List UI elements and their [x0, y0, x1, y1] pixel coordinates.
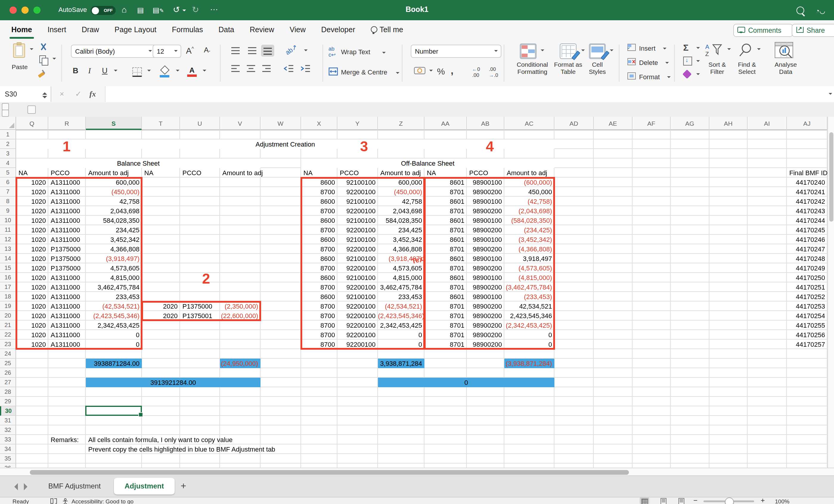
font-size-select[interactable]: 12: [153, 45, 181, 58]
col-header-U[interactable]: U: [180, 117, 220, 130]
sort-filter-icon[interactable]: AZ: [705, 42, 723, 58]
tab-home[interactable]: Home: [4, 20, 40, 39]
row-header-3[interactable]: 3: [0, 149, 16, 158]
horizontal-scrollbar-thumb[interactable]: [30, 470, 629, 475]
next-sheet-arrow[interactable]: [24, 483, 31, 490]
clear-icon[interactable]: [682, 69, 692, 78]
align-bottom-button[interactable]: [261, 45, 274, 56]
fill-icon[interactable]: [683, 56, 692, 66]
row-header-19[interactable]: 19: [0, 301, 16, 311]
row-header-17[interactable]: 17: [0, 282, 16, 292]
row-header-18[interactable]: 18: [0, 292, 16, 301]
horizontal-scrollbar[interactable]: [0, 468, 834, 476]
underline-button[interactable]: U: [102, 66, 108, 75]
row-header-25[interactable]: 25: [0, 359, 16, 368]
merged-title-adjustment-creation[interactable]: Adjustment Creation: [16, 139, 554, 149]
row-header-4[interactable]: 4: [0, 158, 16, 168]
zoom-slider-knob[interactable]: [725, 498, 734, 504]
merged-total-1[interactable]: 3913921284.00: [86, 378, 261, 387]
tab-insert[interactable]: Insert: [40, 20, 74, 39]
cell-AJ7[interactable]: 44170241: [787, 187, 828, 197]
cell-AJ15[interactable]: 44170249: [787, 263, 828, 273]
remark-2[interactable]: All cells contain formula, I only want t…: [86, 435, 336, 444]
row-header-15[interactable]: 15: [0, 263, 16, 273]
row-header-28[interactable]: 28: [0, 387, 16, 397]
add-sheet-button[interactable]: +: [181, 481, 186, 491]
row-header-6[interactable]: 6: [0, 178, 16, 187]
sheet-tab-bmf-adjustment[interactable]: BMF Adjustment: [45, 478, 104, 495]
cell-AJ19[interactable]: 44170253: [787, 301, 828, 311]
formula-bar-collapse-icon[interactable]: [829, 93, 832, 96]
col-header-AC[interactable]: AC: [504, 117, 554, 130]
cell-R5[interactable]: PCCO: [48, 168, 86, 178]
col-header-V[interactable]: V: [220, 117, 261, 130]
row-header-29[interactable]: 29: [0, 397, 16, 406]
merged-title-balance-sheet[interactable]: Balance Sheet: [16, 158, 261, 168]
cell-AJ5[interactable]: Final BMF ID: [787, 168, 828, 178]
wrap-text-icon[interactable]: abc↩: [328, 46, 336, 58]
conditional-formatting-button[interactable]: Conditional Formatting: [511, 61, 553, 75]
zoom-out-button[interactable]: −: [693, 496, 698, 504]
cell-X5[interactable]: NA: [301, 168, 337, 178]
insert-button[interactable]: Insert: [639, 45, 656, 52]
cell-AJ16[interactable]: 44170250: [787, 273, 828, 282]
row-header-14[interactable]: 14: [0, 254, 16, 263]
share-button[interactable]: Share: [792, 24, 834, 37]
font-name-select[interactable]: Calibri (Body): [71, 45, 156, 58]
cell-AJ21[interactable]: 44170255: [787, 321, 828, 330]
row-header-24[interactable]: 24: [0, 349, 16, 359]
format-as-table-button[interactable]: Format as Table: [551, 61, 586, 75]
delete-cells-icon[interactable]: [627, 58, 636, 66]
col-header-AF[interactable]: AF: [633, 117, 671, 130]
cell-V5[interactable]: Amount to adj: [220, 168, 261, 178]
paste-icon[interactable]: [13, 44, 25, 58]
analyse-data-button[interactable]: Analyse Data: [770, 61, 801, 75]
increase-font-icon[interactable]: A^: [186, 46, 194, 55]
row-header-34[interactable]: 34: [0, 444, 16, 454]
col-header-S[interactable]: S: [86, 117, 142, 130]
tab-page-layout[interactable]: Page Layout: [107, 20, 164, 39]
cell-AC25[interactable]: (3,938,871,284): [504, 359, 554, 368]
merge-centre-button[interactable]: Merge & Centre: [341, 69, 387, 76]
col-header-T[interactable]: T: [142, 117, 180, 130]
col-header-AG[interactable]: AG: [671, 117, 709, 130]
row-header-10[interactable]: 10: [0, 216, 16, 225]
name-box[interactable]: S30: [0, 86, 51, 102]
accessibility-status[interactable]: Accessibility: Good to go: [71, 498, 134, 504]
cancel-icon[interactable]: ×: [60, 89, 64, 98]
cell-T5[interactable]: NA: [142, 168, 180, 178]
fill-color-icon[interactable]: [160, 66, 169, 76]
orientation-icon[interactable]: ab↗: [284, 43, 299, 56]
cell-AJ22[interactable]: 44170256: [787, 330, 828, 340]
expand-columns-button[interactable]: [27, 106, 36, 114]
sort-filter-button[interactable]: Sort & Filter: [703, 61, 731, 75]
cut-icon[interactable]: [39, 44, 48, 51]
row-header-7[interactable]: 7: [0, 187, 16, 197]
tab-data[interactable]: Data: [211, 20, 242, 39]
accounting-format-icon[interactable]: [414, 66, 426, 75]
align-left-button[interactable]: [229, 63, 242, 74]
row-header-21[interactable]: 21: [0, 321, 16, 330]
row-header-32[interactable]: 32: [0, 426, 16, 435]
conditional-formatting-icon[interactable]: [520, 44, 536, 59]
cell-Q5[interactable]: NA: [16, 168, 48, 178]
decrease-decimal-icon[interactable]: .00→.0: [489, 66, 498, 78]
zoom-level[interactable]: 100%: [775, 498, 790, 504]
copy-icon[interactable]: [39, 55, 46, 63]
cell-U5[interactable]: PCCO: [180, 168, 220, 178]
row-header-36[interactable]: 36: [0, 463, 16, 468]
cell-AJ8[interactable]: 44170242: [787, 197, 828, 206]
delete-button[interactable]: Delete: [639, 59, 658, 66]
increase-decimal-icon[interactable]: ←0.00: [472, 66, 480, 78]
align-middle-button[interactable]: [246, 45, 259, 56]
merged-title-off-balance-sheet[interactable]: Off-Balance Sheet: [301, 158, 554, 168]
row-header-11[interactable]: 11: [0, 225, 16, 235]
col-header-AH[interactable]: AH: [709, 117, 748, 130]
percent-style-button[interactable]: %: [437, 66, 445, 76]
search-icon[interactable]: [796, 6, 804, 17]
col-header-AI[interactable]: AI: [748, 117, 787, 130]
cell-AJ23[interactable]: 44170257: [787, 340, 828, 349]
cell-AJ18[interactable]: 44170252: [787, 292, 828, 301]
cell-Z25[interactable]: 3,938,871,284: [378, 359, 424, 368]
zoom-in-button[interactable]: +: [761, 496, 765, 504]
